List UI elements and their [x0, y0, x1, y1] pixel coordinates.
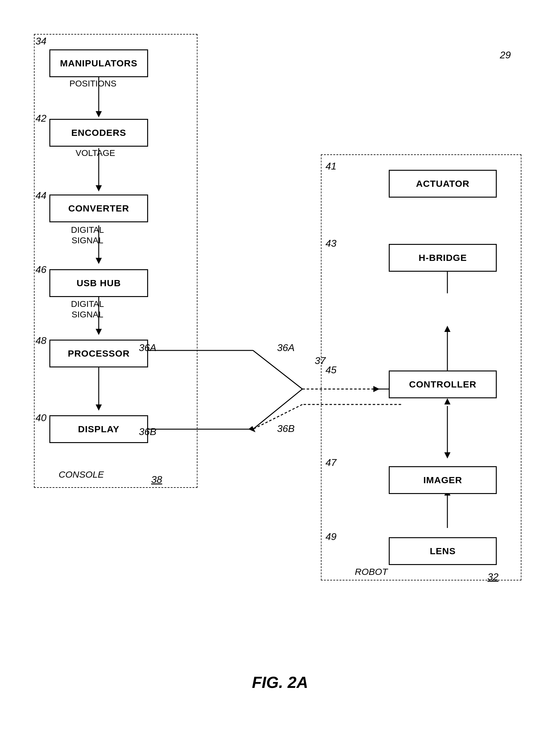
- figure-label: FIG. 2A: [252, 673, 308, 692]
- ref-43: 43: [325, 238, 337, 249]
- ref-46: 46: [35, 264, 47, 275]
- ref-36a-left: 36A: [139, 342, 156, 353]
- h-bridge-box: H-BRIDGE: [389, 244, 497, 272]
- ref-36b-left: 36B: [139, 426, 156, 437]
- digital-signal-1-label: DIGITAL SIGNAL: [71, 225, 104, 246]
- svg-line-12: [253, 350, 302, 389]
- diagram-container: CONSOLE 38 34 MANIPULATORS POSITIONS 42 …: [18, 18, 542, 698]
- ref-32: 32: [487, 571, 499, 583]
- ref-44: 44: [35, 190, 47, 201]
- ref-34: 34: [35, 36, 47, 47]
- controller-box: CONTROLLER: [389, 370, 497, 398]
- ref-48: 48: [35, 335, 47, 346]
- ref-38: 38: [151, 474, 162, 485]
- robot-boundary: [321, 154, 522, 581]
- ref-36a-right: 36A: [277, 342, 295, 353]
- display-box: DISPLAY: [49, 415, 148, 443]
- converter-box: CONVERTER: [49, 195, 148, 222]
- voltage-label: VOLTAGE: [76, 148, 115, 158]
- processor-box: PROCESSOR: [49, 340, 148, 367]
- lens-box: LENS: [389, 537, 497, 565]
- ref-42: 42: [35, 113, 47, 124]
- usb-hub-box: USB HUB: [49, 269, 148, 297]
- ref-40: 40: [35, 412, 47, 424]
- svg-marker-29: [248, 426, 255, 432]
- ref-29: 29: [500, 49, 511, 61]
- manipulators-box: MANIPULATORS: [49, 49, 148, 77]
- ref-49: 49: [325, 531, 337, 542]
- ref-45: 45: [325, 364, 337, 376]
- ref-41: 41: [325, 160, 337, 172]
- ref-37: 37: [315, 355, 326, 366]
- positions-label: POSITIONS: [69, 79, 116, 89]
- actuator-box: ACTUATOR: [389, 170, 497, 198]
- imager-box: IMAGER: [389, 466, 497, 494]
- ref-47: 47: [325, 457, 337, 468]
- digital-signal-2-label: DIGITAL SIGNAL: [71, 299, 104, 320]
- console-label: CONSOLE: [59, 469, 104, 480]
- robot-label: ROBOT: [355, 566, 388, 577]
- ref-36b-right: 36B: [277, 423, 295, 434]
- encoders-box: ENCODERS: [49, 119, 148, 147]
